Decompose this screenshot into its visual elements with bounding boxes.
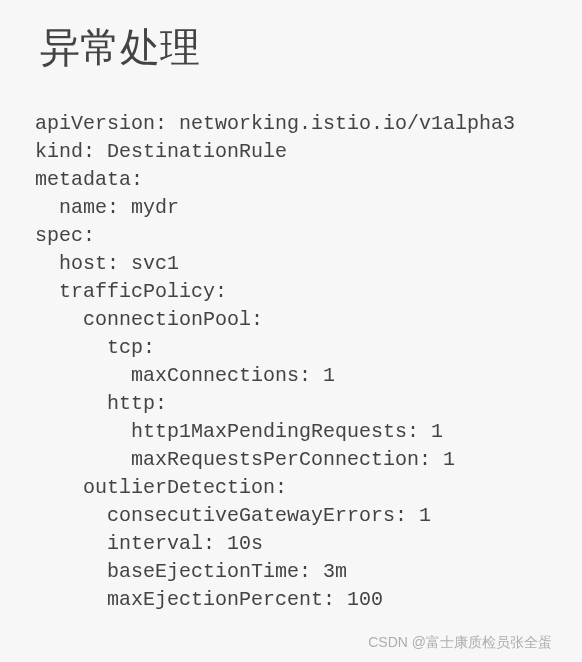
code-line: maxRequestsPerConnection: 1 [35, 448, 455, 471]
code-line: maxConnections: 1 [35, 364, 335, 387]
code-line: http: [35, 392, 167, 415]
code-line: maxEjectionPercent: 100 [35, 588, 383, 611]
code-line: tcp: [35, 336, 155, 359]
code-line: consecutiveGatewayErrors: 1 [35, 504, 431, 527]
code-line: trafficPolicy: [35, 280, 227, 303]
code-line: metadata: [35, 168, 143, 191]
code-line: host: svc1 [35, 252, 179, 275]
page-title: 异常处理 [40, 20, 547, 75]
code-line: spec: [35, 224, 95, 247]
code-line: http1MaxPendingRequests: 1 [35, 420, 443, 443]
code-line: baseEjectionTime: 3m [35, 560, 347, 583]
code-line: interval: 10s [35, 532, 263, 555]
code-line: apiVersion: networking.istio.io/v1alpha3 [35, 112, 515, 135]
code-line: connectionPool: [35, 308, 263, 331]
watermark: CSDN @富士康质检员张全蛋 [368, 634, 552, 652]
code-line: outlierDetection: [35, 476, 287, 499]
yaml-code-block: apiVersion: networking.istio.io/v1alpha3… [35, 110, 547, 614]
code-line: kind: DestinationRule [35, 140, 287, 163]
code-line: name: mydr [35, 196, 179, 219]
